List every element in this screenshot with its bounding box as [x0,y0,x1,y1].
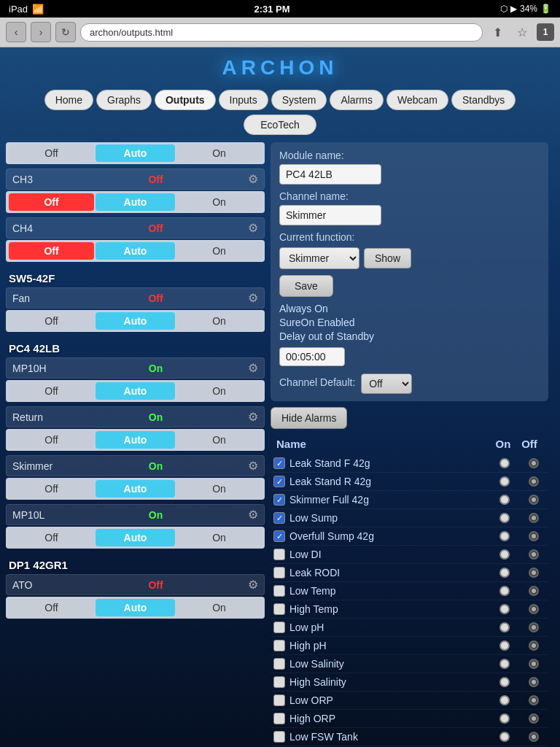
address-bar[interactable]: archon/outputs.html [80,23,483,42]
channel-default-select[interactable]: Off On [361,374,412,394]
ctrl-on-ch4[interactable]: On [176,242,262,260]
nav-alarms[interactable]: Alarms [330,90,384,110]
nav-outputs[interactable]: Outputs [155,90,216,110]
alarm-checkbox[interactable] [273,549,285,560]
alarm-radio-on[interactable] [499,476,510,487]
alarm-radio-on[interactable] [499,513,510,523]
save-button[interactable]: Save [279,275,333,297]
ctrl-auto-mp10h[interactable]: Auto [96,382,175,400]
alarm-radio-on[interactable] [499,531,510,541]
alarm-radio-on[interactable] [499,640,510,651]
alarm-radio-on[interactable] [499,495,510,505]
alarm-checkbox[interactable] [273,694,285,706]
alarm-radio-off[interactable] [529,568,539,578]
share-icon[interactable]: ⬆ [487,22,508,42]
alarm-radio-on[interactable] [499,695,510,705]
ctrl-auto-ato[interactable]: Auto [96,599,175,616]
alarm-checkbox[interactable]: ✓ [273,512,285,524]
alarm-checkbox[interactable]: ✓ [273,476,285,487]
alarm-radio-on[interactable] [499,549,510,560]
bookmark-icon[interactable]: ☆ [512,22,532,42]
alarm-checkbox[interactable] [273,731,285,743]
nav-webcam[interactable]: Webcam [386,90,448,110]
mp10h-gear-icon[interactable]: ⚙ [248,361,258,375]
module-name-input[interactable] [279,164,381,185]
alarm-radio-on[interactable] [499,568,510,578]
ctrl-off-skimmer[interactable]: Off [9,480,94,498]
alarm-radio-on[interactable] [499,713,510,724]
ctrl-auto-top[interactable]: Auto [96,144,175,162]
alarm-checkbox[interactable] [273,603,285,615]
ctrl-off-ato[interactable]: Off [9,599,94,616]
nav-inputs[interactable]: Inputs [219,90,268,110]
alarm-radio-off[interactable] [529,549,539,560]
alarm-radio-off[interactable] [529,458,539,468]
alarm-radio-off[interactable] [529,622,539,632]
ctrl-on-skimmer[interactable]: On [176,480,262,498]
alarm-radio-on[interactable] [499,659,510,669]
alarm-checkbox[interactable] [273,676,285,688]
alarm-checkbox[interactable]: ✓ [273,494,285,506]
ctrl-off-ch3[interactable]: Off [9,193,94,211]
alarm-checkbox[interactable]: ✓ [273,530,285,542]
alarm-radio-on[interactable] [499,677,510,687]
alarm-checkbox[interactable] [273,713,285,724]
ctrl-auto-mp10l[interactable]: Auto [96,529,175,546]
channel-name-input[interactable] [279,205,381,225]
ecotech-button[interactable]: EcoTech [244,115,316,135]
ctrl-auto-fan[interactable]: Auto [96,312,175,330]
alarm-radio-off[interactable] [529,695,539,705]
alarm-checkbox[interactable] [273,658,285,670]
alarm-radio-on[interactable] [499,622,510,632]
ctrl-on-ch3[interactable]: On [176,193,262,211]
ctrl-on-top[interactable]: On [176,144,262,162]
fan-gear-icon[interactable]: ⚙ [248,291,258,305]
ctrl-on-return[interactable]: On [176,431,262,449]
ctrl-off-return[interactable]: Off [9,431,94,449]
alarm-radio-on[interactable] [499,458,510,468]
alarm-radio-off[interactable] [529,659,539,669]
ctrl-auto-skimmer[interactable]: Auto [96,480,175,498]
ctrl-auto-ch3[interactable]: Auto [96,193,175,211]
mp10l-gear-icon[interactable]: ⚙ [248,508,258,522]
alarm-radio-off[interactable] [529,586,539,596]
alarm-checkbox[interactable] [273,622,285,633]
ato-gear-icon[interactable]: ⚙ [248,578,258,592]
reload-button[interactable]: ↻ [55,22,76,42]
alarm-checkbox[interactable] [273,567,285,578]
show-button[interactable]: Show [364,248,411,268]
ctrl-off-ch4[interactable]: Off [9,242,94,260]
alarm-radio-off[interactable] [529,495,539,505]
alarm-radio-off[interactable] [529,677,539,687]
alarm-checkbox[interactable]: ✓ [273,457,285,469]
alarm-checkbox[interactable] [273,585,285,597]
alarm-checkbox[interactable] [273,640,285,651]
ctrl-on-fan[interactable]: On [176,312,262,330]
alarm-radio-on[interactable] [499,604,510,614]
alarm-radio-off[interactable] [529,713,539,724]
nav-home[interactable]: Home [44,90,93,110]
ctrl-off-mp10h[interactable]: Off [9,382,94,400]
nav-system[interactable]: System [271,90,327,110]
return-gear-icon[interactable]: ⚙ [248,410,258,424]
ctrl-off-top[interactable]: Off [9,144,94,162]
alarm-radio-off[interactable] [529,640,539,651]
alarm-radio-off[interactable] [529,732,539,742]
ctrl-auto-return[interactable]: Auto [96,431,175,449]
delay-time-input[interactable] [279,347,345,366]
alarm-radio-off[interactable] [529,531,539,541]
alarm-radio-on[interactable] [499,586,510,596]
ctrl-on-ato[interactable]: On [176,599,262,616]
ctrl-off-mp10l[interactable]: Off [9,529,94,546]
alarm-radio-off[interactable] [529,476,539,487]
hide-alarms-button[interactable]: Hide Alarms [271,407,347,429]
function-select[interactable]: Skimmer [279,247,359,269]
ctrl-auto-ch4[interactable]: Auto [96,242,175,260]
back-button[interactable]: ‹ [6,22,26,42]
forward-button[interactable]: › [31,22,51,42]
alarm-radio-off[interactable] [529,604,539,614]
ch3-gear-icon[interactable]: ⚙ [248,172,258,186]
ch4-gear-icon[interactable]: ⚙ [248,221,258,235]
nav-standbys[interactable]: Standbys [451,90,516,110]
nav-graphs[interactable]: Graphs [96,90,152,110]
